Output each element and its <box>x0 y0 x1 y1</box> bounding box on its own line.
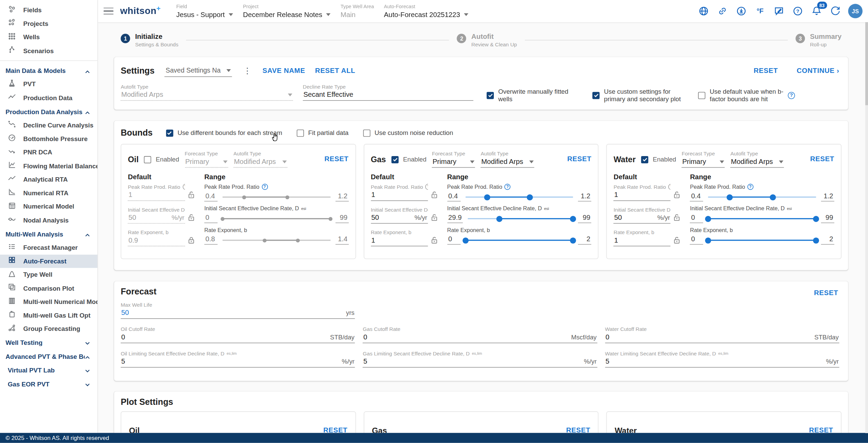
range-slider[interactable]: 29.999 <box>447 214 591 223</box>
slider-track[interactable] <box>223 236 330 244</box>
unlock-icon[interactable] <box>188 191 196 199</box>
default-value-input[interactable]: Initial Secant Effective Decline Rate, D… <box>614 206 671 224</box>
help-icon[interactable]: ? <box>747 184 753 190</box>
slider-handle[interactable] <box>813 237 819 243</box>
default-value-input[interactable]: Rate Exponent, b0.9 <box>128 229 185 246</box>
range-slider[interactable]: 02 <box>447 235 591 245</box>
sidebar-item-projects[interactable]: Projects <box>0 17 97 31</box>
water-forecast-type-select[interactable]: Forecast TypePrimary <box>682 150 725 168</box>
slider-handle[interactable] <box>263 238 267 242</box>
help-icon[interactable]: ? <box>425 184 428 190</box>
topbar-select-project[interactable]: ProjectDecember Release Notes <box>243 4 331 19</box>
sidebar-subsection-virtual-pvt-lab[interactable]: Virtual PVT Lab <box>0 363 97 377</box>
help-icon[interactable]: ? <box>668 184 671 190</box>
kebab-menu-icon[interactable]: ⋮ <box>242 66 253 76</box>
range-slider[interactable]: 02 <box>690 235 834 245</box>
checkbox-use-custom-noise-reduction[interactable]: Use custom noise reduction <box>363 129 453 137</box>
default-value-input[interactable]: Rate Exponent, b1 <box>614 229 671 246</box>
sidebar-item-production-data[interactable]: Production Data <box>0 91 97 105</box>
lock-icon[interactable] <box>188 236 196 245</box>
forecast-reset-button[interactable]: RESET <box>814 289 838 297</box>
unlock-icon[interactable] <box>430 236 438 245</box>
water-autofit-type-select[interactable]: Autofit TypeModified Arps <box>730 150 784 168</box>
saved-settings-select[interactable]: Saved Settings Name <box>165 65 232 77</box>
slider-handle[interactable] <box>242 195 246 199</box>
unlock-icon[interactable] <box>430 214 438 222</box>
unlock-icon[interactable] <box>673 214 681 222</box>
range-min-input[interactable]: 0.4 <box>690 192 703 202</box>
water-reset-button[interactable]: RESET <box>810 155 834 163</box>
download-icon[interactable] <box>735 5 747 17</box>
unlock-icon[interactable] <box>673 191 681 199</box>
slider-track[interactable] <box>223 193 330 200</box>
slider-handle[interactable] <box>527 194 533 200</box>
range-min-input[interactable]: 0 <box>690 235 703 245</box>
app-logo[interactable]: whitson+ <box>120 5 161 16</box>
notifications-bell-icon[interactable]: 83 <box>810 5 823 17</box>
globe-icon[interactable] <box>698 5 710 17</box>
reset-button[interactable]: RESET <box>754 67 778 75</box>
help-icon[interactable]: ? <box>792 5 804 17</box>
sidebar-item-comparison-plot[interactable]: Comparison Plot <box>0 281 97 295</box>
topbar-select-type-well-area[interactable]: Type Well AreaMain <box>340 4 374 19</box>
gas-cutoff-rate-input[interactable]: Gas Cutoff Rate0Mscf/day <box>363 325 597 343</box>
range-max-input[interactable]: 1.2 <box>821 192 834 202</box>
slider-track[interactable] <box>223 215 330 222</box>
sidebar-item-numerical-model[interactable]: Numerical Model <box>0 200 97 213</box>
checkbox-fit-partial-data[interactable]: Fit partial data <box>296 129 348 137</box>
menu-icon[interactable] <box>104 7 113 15</box>
step-initialize[interactable]: 1InitializeSettings & Bounds <box>121 32 178 47</box>
range-max-input[interactable]: 1.2 <box>578 192 592 202</box>
default-value-input[interactable]: Initial Secant Effective Decline Rate, D… <box>128 206 185 224</box>
range-min-input[interactable]: 0.4 <box>447 192 460 202</box>
sidebar-item-multi-well-numerical-model[interactable]: Multi-well Numerical Model <box>0 295 97 309</box>
sidebar-section-advanced-pvt-phase-beha-[interactable]: Advanced PVT & Phase Beha... <box>0 350 97 364</box>
slider-track[interactable] <box>708 236 816 244</box>
default-value-input[interactable]: Initial Secant Effective Decline Rate, D… <box>371 206 428 224</box>
temperature-unit-icon[interactable]: °F <box>754 5 766 17</box>
range-max-input[interactable]: 99 <box>578 214 592 223</box>
step-autofit[interactable]: 2AutofitReview & Clean Up <box>457 32 517 47</box>
help-icon[interactable]: ? <box>182 184 185 190</box>
oil-cutoff-rate-input[interactable]: Oil Cutoff Rate0STB/day <box>121 325 355 343</box>
range-slider[interactable]: 099 <box>204 214 348 223</box>
slider-handle[interactable] <box>462 237 469 243</box>
sidebar-item-pvt[interactable]: PVT <box>0 77 97 91</box>
range-min-input[interactable]: 0 <box>204 214 217 223</box>
default-value-input[interactable]: Rate Exponent, b1 <box>371 229 428 246</box>
sidebar-item-scenarios[interactable]: Scenarios <box>0 44 97 58</box>
sidebar-item-numerical-rta[interactable]: Numerical RTA <box>0 186 97 200</box>
sidebar-item-group-forecasting[interactable]: Group Forecasting <box>0 322 97 336</box>
slider-handle[interactable] <box>705 237 711 243</box>
range-max-input[interactable]: 99 <box>335 214 349 223</box>
range-max-input[interactable]: 2 <box>821 235 834 245</box>
checkbox[interactable] <box>592 92 599 99</box>
sidebar-item-analytical-rta[interactable]: Analytical RTA <box>0 173 97 186</box>
slider-handle[interactable] <box>497 216 503 222</box>
range-slider[interactable]: 0.41.2 <box>447 192 591 202</box>
range-min-input[interactable]: 0.8 <box>204 235 217 245</box>
range-min-input[interactable]: 0 <box>447 235 460 245</box>
checkbox[interactable] <box>698 92 705 99</box>
help-icon[interactable]: ? <box>262 184 268 190</box>
sidebar-item-wells[interactable]: Wells <box>0 30 97 44</box>
range-max-input[interactable]: 1.4 <box>335 235 349 245</box>
checkbox[interactable] <box>641 156 648 163</box>
sidebar-item-flowing-material-balance[interactable]: Flowing Material Balance <box>0 159 97 173</box>
sidebar-item-forecast-manager[interactable]: Forecast Manager <box>0 241 97 255</box>
avatar[interactable]: JS <box>848 4 863 18</box>
sidebar-item-multi-well-gas-lift-opt[interactable]: Multi-well Gas Lift Opt <box>0 309 97 322</box>
checkbox[interactable] <box>144 156 151 163</box>
slider-handle[interactable] <box>813 216 819 222</box>
gas-limiting-secant-effective-decline-ra-input[interactable]: Gas Limiting Secant Effective Decline Ra… <box>363 350 597 368</box>
sidebar-item-bottomhole-pressure[interactable]: Bottomhole Pressure <box>0 132 97 146</box>
checkbox-use-custom-settings-for-primar[interactable]: Use custom settings for primary and seco… <box>592 88 689 104</box>
slider-handle[interactable] <box>570 237 576 243</box>
water-cutoff-rate-input[interactable]: Water Cutoff Rate0STB/day <box>605 325 839 343</box>
slider-track[interactable] <box>468 215 573 222</box>
slider-handle[interactable] <box>296 238 300 242</box>
water-plot-reset-button[interactable]: RESET <box>809 426 833 433</box>
sidebar-section-multi-well-analysis[interactable]: Multi-Well Analysis <box>0 227 97 241</box>
slider-handle[interactable] <box>770 194 776 200</box>
checkbox[interactable] <box>487 92 494 99</box>
